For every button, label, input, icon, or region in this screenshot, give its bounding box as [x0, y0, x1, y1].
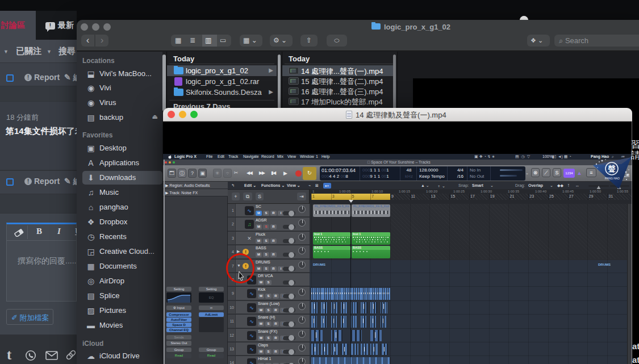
svg-text:請: 請 — [626, 173, 630, 178]
svg-text:聲: 聲 — [608, 165, 616, 173]
svg-text:PANG HAO: PANG HAO — [605, 177, 620, 180]
